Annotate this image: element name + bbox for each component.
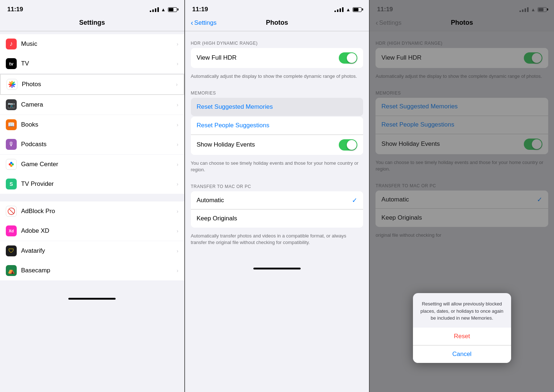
panel-photos-dialog: 11:19 ▲ ‹ Settings Photos HDR (HIGH DYNA… (370, 0, 554, 392)
chevron-icon: › (177, 102, 178, 108)
podcasts-icon: 🎙 (6, 139, 17, 150)
status-icons-2: ▲ (334, 7, 362, 12)
music-icon: ♪ (6, 39, 17, 49)
chevron-icon: › (177, 141, 178, 147)
reset-people-item[interactable]: Reset People Suggestions (191, 117, 364, 135)
status-bar-1: 11:19 ▲ (0, 0, 184, 16)
podcasts-label: Podcasts (21, 141, 177, 148)
tv-label: TV (21, 60, 177, 67)
svg-point-4 (10, 165, 12, 167)
photos-label: Photos (22, 81, 176, 88)
chevron-icon: › (177, 41, 178, 47)
gamecenter-icon (6, 159, 17, 170)
keep-originals-item[interactable]: Keep Originals (191, 209, 364, 228)
adobexd-label: Adobe XD (21, 227, 177, 235)
music-label: Music (21, 40, 177, 48)
signal-icon-2 (334, 7, 344, 12)
signal-icon (150, 7, 159, 12)
settings-list[interactable]: ♪ Music › tv TV › (0, 31, 184, 392)
show-holiday-label: Show Holiday Events (197, 141, 339, 148)
basecamp-label: Basecamp (21, 267, 177, 274)
status-time-2: 11:19 (192, 6, 208, 13)
holiday-description: You can choose to see timely holiday eve… (185, 158, 369, 177)
nav-header-2: ‹ Settings Photos (185, 16, 369, 31)
adblock-label: AdBlock Pro (21, 208, 177, 215)
settings-item-music[interactable]: ♪ Music › (0, 34, 184, 54)
panel2-title: Photos (266, 19, 288, 27)
chevron-icon: › (177, 228, 178, 234)
status-time-1: 11:19 (7, 6, 23, 13)
hdr-group: View Full HDR (191, 48, 364, 68)
tv-icon: tv (6, 58, 17, 69)
show-holiday-events-item[interactable]: Show Holiday Events (191, 135, 364, 155)
memories-section-header: MEMORIES (185, 84, 369, 98)
reset-people-label: Reset People Suggestions (197, 122, 358, 129)
wifi-icon-2: ▲ (346, 7, 350, 12)
panel-settings: 11:19 ▲ Settings ♪ Music › (0, 0, 184, 392)
view-full-hdr-item[interactable]: View Full HDR (191, 48, 364, 68)
settings-item-basecamp[interactable]: ⛺ Basecamp › (0, 261, 184, 280)
hdr-toggle[interactable] (339, 52, 357, 64)
settings-item-tvprovider[interactable]: S TV Provider › (0, 174, 184, 194)
settings-item-adobexd[interactable]: Xd Adobe XD › (0, 221, 184, 241)
back-label-2: Settings (194, 19, 216, 27)
hdr-description: Automatically adjust the display to show… (185, 71, 369, 84)
adobexd-icon: Xd (6, 225, 17, 236)
wifi-icon: ▲ (161, 7, 166, 12)
camera-icon: 📷 (6, 99, 17, 110)
status-bar-2: 11:19 ▲ (185, 0, 369, 16)
battery-icon-2 (353, 7, 362, 12)
books-label: Books (21, 121, 177, 128)
back-button-2[interactable]: ‹ Settings (191, 19, 217, 27)
transfer-section-header: TRANSFER TO MAC OR PC (185, 177, 369, 191)
back-arrow-icon: ‹ (191, 19, 193, 26)
chevron-icon: › (177, 248, 178, 254)
chevron-icon: › (177, 208, 178, 214)
transfer-description: Automatically transfer photos and videos… (185, 231, 369, 250)
settings-item-adblock[interactable]: 🚫 AdBlock Pro › (0, 201, 184, 221)
checkmark-icon: ✓ (352, 196, 357, 204)
dialog-buttons: Reset Cancel (413, 328, 511, 363)
avatarify-icon: 🛡 (6, 245, 17, 256)
panel-photos-settings: 11:19 ▲ ‹ Settings Photos HDR (HIGH DYNA… (185, 0, 369, 392)
avatarify-label: Avatarify (21, 247, 177, 255)
holiday-toggle[interactable] (339, 139, 357, 151)
settings-item-avatarify[interactable]: 🛡 Avatarify › (0, 241, 184, 261)
hdr-section-header: HDR (HIGH DYNAMIC RANGE) (185, 34, 369, 48)
keep-originals-label: Keep Originals (197, 215, 358, 222)
svg-point-3 (10, 162, 12, 164)
chevron-icon: › (177, 268, 178, 273)
battery-icon (168, 7, 177, 12)
basecamp-icon: ⛺ (6, 265, 17, 276)
books-icon: 📖 (6, 119, 17, 130)
reset-suggested-memories-item[interactable]: Reset Suggested Memories (191, 98, 364, 116)
chevron-icon: › (177, 61, 178, 67)
memories-group: Reset People Suggestions Show Holiday Ev… (191, 117, 364, 155)
dialog-overlay: Resetting will allow previously blocked … (370, 0, 554, 392)
chevron-icon: › (177, 122, 178, 128)
chevron-icon: › (176, 81, 178, 87)
automatic-label: Automatic (197, 197, 349, 204)
settings-item-tv[interactable]: tv TV › (0, 54, 184, 73)
chevron-icon: › (177, 161, 178, 167)
adblock-icon: 🚫 (6, 206, 17, 217)
settings-item-camera[interactable]: 📷 Camera › (0, 95, 184, 115)
reset-memories-dialog: Resetting will allow previously blocked … (413, 293, 511, 363)
cancel-button[interactable]: Cancel (413, 345, 511, 363)
reset-button[interactable]: Reset (413, 328, 511, 345)
dialog-message: Resetting will allow previously blocked … (419, 300, 505, 322)
settings-item-gamecenter[interactable]: Game Center › (0, 155, 184, 174)
photos-settings-list: HDR (HIGH DYNAMIC RANGE) View Full HDR A… (185, 31, 369, 392)
settings-item-podcasts[interactable]: 🎙 Podcasts › (0, 135, 184, 154)
dialog-content: Resetting will allow previously blocked … (413, 293, 511, 328)
status-icons-1: ▲ (150, 7, 177, 12)
panel1-title: Settings (79, 19, 105, 27)
view-full-hdr-label: View Full HDR (197, 54, 339, 61)
settings-item-books[interactable]: 📖 Books › (0, 115, 184, 135)
transfer-group: Automatic ✓ Keep Originals (191, 191, 364, 228)
automatic-item[interactable]: Automatic ✓ (191, 191, 364, 209)
chevron-icon: › (177, 181, 178, 187)
gamecenter-label: Game Center (21, 161, 177, 168)
settings-item-photos[interactable]: Photos › (1, 75, 184, 94)
reset-suggested-label: Reset Suggested Memories (197, 103, 358, 111)
